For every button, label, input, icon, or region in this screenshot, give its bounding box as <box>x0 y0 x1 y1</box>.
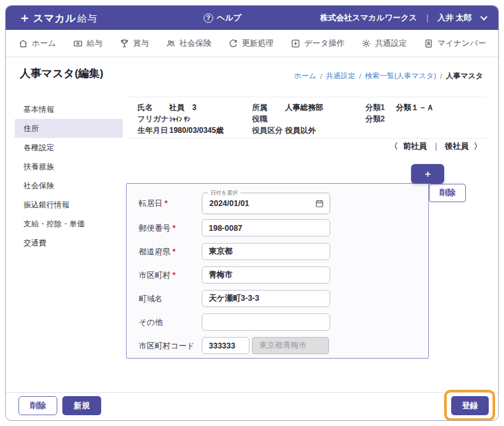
form-row-other: その他 <box>127 313 428 331</box>
sidebar-item-label: 振込銀行情報 <box>24 200 69 210</box>
help-button[interactable]: ? ヘルプ <box>204 13 241 24</box>
nav-label: 社会保険 <box>179 38 211 49</box>
breadcrumb-home[interactable]: ホーム <box>294 71 316 81</box>
next-employee-chevron-icon[interactable]: 〉 <box>474 141 482 152</box>
app-logo[interactable]: ＋ スマカル 給与 <box>18 10 97 26</box>
breadcrumb-common-settings[interactable]: 共通設定 <box>326 71 355 81</box>
other-label: その他 <box>139 317 163 327</box>
nav-item-my-number[interactable]: マイナンバー <box>424 38 486 49</box>
employee-dept: 人事総務部 <box>285 102 323 113</box>
form-row-postal-code: 郵便番号* <box>127 219 428 237</box>
sidebar-item-label: 住所 <box>24 123 39 134</box>
prefecture-label: 都道府県* <box>139 246 176 257</box>
form-row-prefecture: 都道府県* <box>127 243 428 260</box>
nav-label: 給与 <box>87 38 102 49</box>
employee-dept-label: 所属 <box>252 102 285 113</box>
company-name: 株式会社スマカルワークス <box>320 13 417 24</box>
form-row-city: 市区町村* <box>127 266 428 284</box>
employee-kana: ｼｬｲﾝ ｻﾝ <box>169 116 190 123</box>
form-row-moving-date: 転居日* 日付を選択 2024/01/01 <box>127 193 428 214</box>
breadcrumb-search-list[interactable]: 検索一覧(人事マスタ) <box>365 71 437 81</box>
address-form-panel: 転居日* 日付を選択 2024/01/01 郵便番号* 都道府県* 市区町村* … <box>126 183 429 359</box>
delete-address-row-button[interactable]: 削除 <box>429 184 466 202</box>
nav-item-salary[interactable]: 給与 <box>73 38 102 49</box>
required-mark: * <box>172 270 176 279</box>
nav-item-bonus[interactable]: 賞与 <box>120 38 149 49</box>
nav-label: データ操作 <box>304 38 344 49</box>
salary-icon <box>73 39 83 48</box>
employee-name-label: 氏名 <box>137 102 169 113</box>
chevron-down-icon <box>480 13 487 20</box>
page-title: 人事マスタ(編集) <box>20 66 104 81</box>
section-sidebar: 基本情報 住所 各種設定 扶養親族 社会保険 振込銀行情報 支給・控除・単価 交… <box>15 100 123 252</box>
sidebar-item-label: 社会保険 <box>24 181 54 191</box>
city-code-input[interactable] <box>202 337 249 354</box>
account-separator: ｜ <box>423 13 431 24</box>
sidebar-item-address[interactable]: 住所 <box>15 119 123 138</box>
sidebar-item-various-settings[interactable]: 各種設定 <box>15 138 123 157</box>
employee-class1-label: 分類1 <box>365 102 396 113</box>
sidebar-item-payment-deduction[interactable]: 支給・控除・単価 <box>15 214 123 233</box>
delete-button[interactable]: 削除 <box>18 396 57 415</box>
nav-item-common-settings[interactable]: 共通設定 <box>361 38 407 49</box>
breadcrumb-separator: / <box>440 72 442 80</box>
plus-logo-icon: ＋ <box>18 10 31 26</box>
moving-date-field[interactable]: 日付を選択 2024/01/01 <box>202 193 330 214</box>
sidebar-item-label: 交通費 <box>24 238 46 249</box>
nav-label: マイナンバー <box>437 38 486 49</box>
sidebar-item-label: 基本情報 <box>24 104 54 115</box>
sidebar-item-basic-info[interactable]: 基本情報 <box>15 100 123 119</box>
city-code-label: 市区町村コード <box>139 340 195 351</box>
employee-birth: 1980/03/03 <box>169 126 207 135</box>
sidebar-item-dependents[interactable]: 扶養親族 <box>15 157 123 176</box>
next-employee-link[interactable]: 後社員 <box>445 141 469 152</box>
nav-label: 更新処理 <box>242 38 274 49</box>
sidebar-item-label: 扶養親族 <box>24 161 54 172</box>
postal-code-label: 郵便番号* <box>139 223 176 233</box>
brand-name: スマカル <box>33 12 76 25</box>
register-button[interactable]: 登録 <box>451 396 489 415</box>
account-menu[interactable]: 株式会社スマカルワークス ｜ 入井 太郎 <box>320 13 486 24</box>
calendar-icon[interactable] <box>315 199 324 208</box>
prev-employee-link[interactable]: 前社員 <box>403 141 427 152</box>
prev-employee-chevron-icon[interactable]: 〈 <box>390 141 398 152</box>
user-name: 入井 太郎 <box>438 13 472 24</box>
nav-label: 共通設定 <box>375 38 407 49</box>
other-input[interactable] <box>202 313 330 331</box>
breadcrumb-current: 人事マスタ <box>446 71 483 81</box>
form-row-city-code: 市区町村コード 東京都青梅市 <box>127 337 428 354</box>
moving-date-label: 転居日* <box>139 198 167 209</box>
nav-label: ホーム <box>32 38 56 49</box>
nav-item-data-operation[interactable]: データ操作 <box>291 38 344 49</box>
breadcrumb-separator: / <box>320 72 322 80</box>
help-icon: ? <box>204 13 213 23</box>
moving-date-value: 2024/01/01 <box>209 199 249 208</box>
required-mark: * <box>165 199 168 208</box>
home-icon <box>18 39 28 48</box>
employee-birth-label: 生年月日 <box>137 125 169 136</box>
app-window: ＋ スマカル 給与 ? ヘルプ 株式会社スマカルワークス ｜ 入井 太郎 ホーム… <box>5 5 499 421</box>
nav-item-update[interactable]: 更新処理 <box>228 38 274 49</box>
nav-item-social-insurance[interactable]: 社会保険 <box>166 38 211 49</box>
city-input[interactable] <box>202 266 330 284</box>
product-name: 給与 <box>78 13 97 25</box>
city-label: 市区町村* <box>139 270 176 280</box>
employee-age: 45歳 <box>207 125 223 136</box>
sidebar-item-transportation[interactable]: 交通費 <box>15 233 123 252</box>
prefecture-input[interactable] <box>202 243 330 260</box>
sidebar-item-bank-transfer[interactable]: 振込銀行情報 <box>15 195 123 214</box>
add-address-button[interactable]: ＋ <box>411 164 444 184</box>
form-row-town: 町域名 <box>127 290 428 307</box>
breadcrumb-separator: / <box>359 72 361 80</box>
sidebar-item-social-insurance[interactable]: 社会保険 <box>15 176 123 195</box>
town-input[interactable] <box>202 290 330 307</box>
postal-code-input[interactable] <box>202 219 330 237</box>
nav-label: 賞与 <box>133 38 149 49</box>
data-operation-icon <box>291 39 300 48</box>
employee-name: 社員 3 <box>169 102 197 113</box>
new-button[interactable]: 新規 <box>62 396 101 415</box>
app-header: ＋ スマカル 給与 ? ヘルプ 株式会社スマカルワークス ｜ 入井 太郎 <box>6 6 498 30</box>
employee-class2-label: 分類2 <box>365 114 396 125</box>
social-insurance-icon <box>166 39 176 48</box>
nav-item-home[interactable]: ホーム <box>18 38 56 49</box>
